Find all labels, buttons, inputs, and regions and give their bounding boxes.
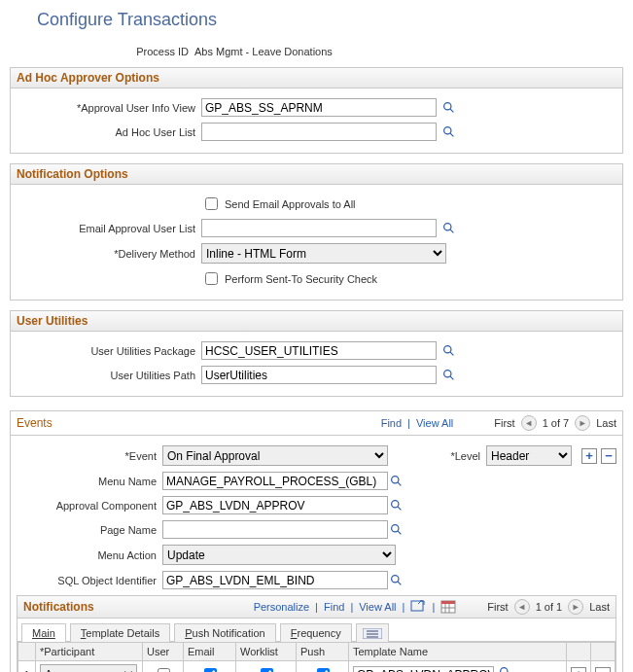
- approval-component-input[interactable]: [162, 496, 388, 514]
- email-userlist-label: Email Approval User List: [17, 223, 201, 234]
- events-last-label[interactable]: Last: [596, 417, 616, 429]
- lookup-icon[interactable]: [388, 573, 404, 588]
- col-email[interactable]: Email: [184, 643, 236, 661]
- spreadsheet-icon[interactable]: [440, 600, 456, 614]
- events-counter: 1 of 7: [543, 417, 570, 429]
- adhoc-userlist-label: Ad Hoc User List: [17, 126, 201, 138]
- col-worklist[interactable]: Worklist: [236, 643, 297, 661]
- svg-point-4: [443, 224, 450, 230]
- col-rownum: [18, 643, 36, 661]
- adhoc-userlist-input[interactable]: [201, 123, 437, 141]
- menu-action-select[interactable]: Update: [162, 545, 396, 565]
- participant-select[interactable]: Approvers: [40, 664, 137, 672]
- events-add-button[interactable]: +: [581, 448, 597, 464]
- personalize-link[interactable]: Personalize: [254, 601, 309, 613]
- svg-point-10: [391, 477, 398, 483]
- events-viewall-link[interactable]: View All: [416, 417, 453, 429]
- lookup-icon[interactable]: [440, 100, 456, 116]
- lookup-icon[interactable]: [440, 124, 456, 140]
- event-select[interactable]: On Final Approval: [162, 445, 388, 466]
- sql-object-input[interactable]: [162, 571, 388, 589]
- notif-first-label[interactable]: First: [487, 601, 508, 613]
- events-prev-button[interactable]: ◄: [521, 415, 537, 431]
- svg-point-8: [443, 371, 450, 377]
- notif-counter: 1 of 1: [536, 601, 563, 613]
- svg-point-28: [500, 668, 507, 672]
- email-checkbox[interactable]: [204, 668, 217, 672]
- lookup-icon[interactable]: [388, 474, 404, 489]
- approval-component-label: Approval Component: [17, 500, 162, 512]
- notif-tabs: Main Template Details Push Notification …: [18, 619, 615, 642]
- svg-line-9: [450, 376, 453, 379]
- notif-next-button[interactable]: ►: [568, 599, 583, 615]
- svg-point-14: [391, 525, 398, 532]
- tab-frequency[interactable]: Frequency: [280, 623, 352, 642]
- delivery-method-select[interactable]: Inline - HTML Form: [201, 243, 446, 264]
- events-delete-button[interactable]: −: [601, 448, 616, 464]
- send-email-all-label: Send Email Approvals to All: [225, 198, 356, 210]
- col-user[interactable]: User: [143, 643, 184, 661]
- perform-sentto-checkbox[interactable]: [205, 272, 218, 285]
- svg-point-12: [391, 501, 398, 508]
- utilities-package-input[interactable]: [201, 341, 437, 360]
- notification-options-header: Notification Options: [10, 163, 623, 185]
- col-push[interactable]: Push: [297, 643, 349, 661]
- row-number: 1: [18, 661, 36, 673]
- adhoc-section: Ad Hoc Approver Options *Approval User I…: [10, 67, 623, 154]
- tab-push-notification[interactable]: Push Notification: [174, 623, 276, 642]
- events-body: *Event On Final Approval *Level Header +…: [10, 436, 623, 672]
- col-template-name[interactable]: Template Name: [349, 643, 567, 661]
- notification-options-section: Notification Options Send Email Approval…: [10, 163, 623, 301]
- worklist-checkbox[interactable]: [261, 668, 273, 672]
- notif-find-link[interactable]: Find: [324, 601, 344, 613]
- svg-line-17: [398, 582, 401, 584]
- level-label: *Level: [450, 450, 486, 462]
- svg-line-15: [398, 531, 401, 534]
- lookup-icon[interactable]: [440, 343, 456, 359]
- event-label: *Event: [17, 450, 162, 462]
- lookup-icon[interactable]: [388, 498, 404, 513]
- tab-template-details[interactable]: Template Details: [70, 623, 170, 642]
- notif-viewall-link[interactable]: View All: [359, 601, 396, 613]
- lookup-icon[interactable]: [497, 665, 512, 673]
- lookup-icon[interactable]: [440, 221, 456, 236]
- send-email-all-checkbox[interactable]: [205, 197, 218, 210]
- adhoc-header: Ad Hoc Approver Options: [10, 67, 623, 88]
- svg-line-5: [450, 230, 453, 232]
- events-first-label[interactable]: First: [494, 417, 514, 429]
- email-userlist-input[interactable]: [201, 219, 437, 237]
- menu-action-label: Menu Action: [17, 549, 162, 561]
- template-name-input[interactable]: [353, 666, 494, 673]
- sql-object-label: SQL Object Identifier: [17, 575, 162, 586]
- page-name-label: Page Name: [17, 524, 162, 536]
- lookup-icon[interactable]: [388, 522, 404, 538]
- row-add-button[interactable]: +: [571, 667, 586, 673]
- delivery-method-label: *Delivery Method: [17, 248, 201, 260]
- level-select[interactable]: Header: [486, 445, 572, 466]
- notif-last-label[interactable]: Last: [589, 601, 610, 613]
- row-delete-button[interactable]: −: [595, 667, 611, 673]
- user-checkbox[interactable]: [158, 668, 170, 672]
- notif-prev-button[interactable]: ◄: [514, 599, 530, 615]
- tab-main[interactable]: Main: [21, 623, 66, 642]
- approval-user-info-label: *Approval User Info View: [17, 102, 201, 114]
- svg-rect-20: [441, 601, 455, 604]
- lookup-icon[interactable]: [440, 368, 456, 383]
- events-find-link[interactable]: Find: [381, 417, 402, 429]
- col-participant[interactable]: *Participant: [36, 643, 143, 661]
- svg-rect-18: [411, 601, 423, 611]
- expand-tabs-icon[interactable]: [356, 623, 389, 642]
- notifications-bar: Notifications Personalize | Find | View …: [17, 595, 616, 619]
- svg-point-16: [391, 576, 398, 583]
- zoom-icon[interactable]: [410, 600, 426, 614]
- approval-user-info-input[interactable]: [201, 98, 437, 117]
- svg-line-11: [398, 482, 401, 485]
- process-id-value: Abs Mgmt - Leave Donations: [194, 46, 333, 57]
- utilities-path-label: User Utilities Path: [17, 370, 201, 381]
- utilities-path-input[interactable]: [201, 366, 437, 384]
- events-next-button[interactable]: ►: [575, 415, 590, 431]
- push-checkbox[interactable]: [317, 668, 330, 672]
- page-name-input[interactable]: [162, 520, 388, 539]
- menu-name-input[interactable]: [162, 472, 388, 490]
- notifications-grid: *Participant User Email Worklist Push Te…: [18, 642, 615, 672]
